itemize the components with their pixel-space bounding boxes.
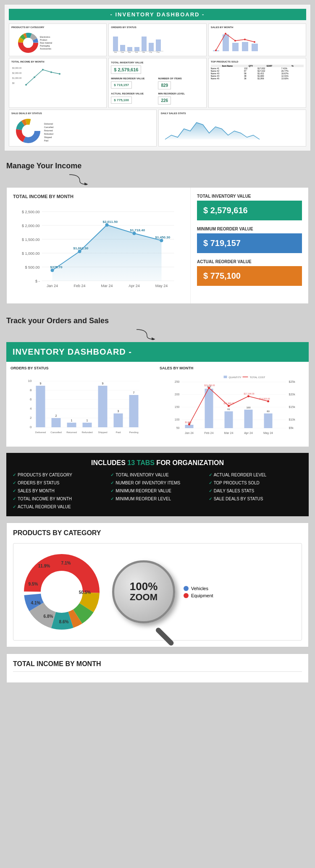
includes-prefix: INCLUDES — [91, 459, 127, 466]
svg-text:50: 50 — [176, 426, 180, 429]
thumb-sales-chart — [211, 30, 265, 53]
svg-text:$14,503.00: $14,503.00 — [260, 397, 270, 400]
svg-text:100: 100 — [175, 418, 180, 421]
svg-text:200: 200 — [175, 393, 180, 396]
total-inventory-label: TOTAL INVENTORY VALUE — [197, 194, 302, 199]
includes-grid: ✓PRODUCTS BY CATEGORY ✓TOTAL INVENTORY V… — [13, 472, 302, 510]
svg-point-37 — [254, 41, 255, 43]
svg-text:6.8%: 6.8% — [44, 614, 53, 619]
min-reorder-label: MINIMUM REORDER VALUE — [197, 227, 302, 231]
svg-text:Mar 24: Mar 24 — [101, 284, 113, 288]
svg-text:9: 9 — [102, 382, 104, 385]
check-icon-11: ✓ — [209, 481, 212, 485]
svg-text:7.1%: 7.1% — [61, 561, 71, 565]
svg-rect-15 — [127, 47, 132, 51]
svg-text:$ -: $ - — [35, 279, 40, 283]
svg-text:10: 10 — [28, 379, 32, 383]
legend-dot-equipment — [184, 593, 189, 598]
svg-point-7 — [23, 38, 33, 48]
thumb-orders-chart: Del Can Ret Ref Shi Pai Pen — [111, 30, 165, 53]
includes-title: INCLUDES 13 TABS FOR ORGANIZATION — [13, 459, 302, 467]
check-icon-9: ✓ — [13, 505, 16, 509]
svg-text:Can: Can — [121, 51, 124, 53]
svg-text:Delivered: Delivered — [44, 123, 53, 125]
min-reorder-value: $ 719,157 — [197, 233, 302, 253]
svg-text:$3,000.00: $3,000.00 — [12, 67, 21, 69]
svg-text:Packaging: Packaging — [40, 44, 50, 47]
svg-text:$1,718.40: $1,718.40 — [130, 228, 145, 232]
svg-rect-142 — [225, 411, 233, 428]
includes-item-13: ✓SALE DEALS BY STATUS — [209, 496, 302, 502]
orders-bar-chart: 10 8 6 4 2 0 9 2 — [10, 374, 155, 441]
includes-item-12: ✓DAILY SALES STATS — [209, 488, 302, 494]
svg-point-150 — [228, 405, 230, 407]
svg-text:$ 1,500.00: $ 1,500.00 — [22, 238, 40, 242]
check-icon-13: ✓ — [209, 497, 212, 501]
total-inventory-kpi: TOTAL INVENTORY VALUE $ 2,579,616 — [197, 194, 302, 220]
thumb-orders-status: ORDERS BY STATUS Del Can Ret Ref Shi Pai… — [108, 24, 206, 56]
svg-text:$2,000.00: $2,000.00 — [12, 72, 21, 74]
svg-rect-102 — [67, 423, 76, 427]
svg-point-73 — [105, 223, 109, 227]
svg-text:1: 1 — [87, 419, 88, 422]
svg-text:50.5%: 50.5% — [79, 590, 91, 595]
check-icon-1: ✓ — [13, 473, 16, 477]
svg-rect-104 — [83, 423, 92, 427]
orders-dashboard-header: INVENTORY DASHBOARD - — [6, 342, 309, 362]
sales-by-month-chart: SALES BY MONTH QUANTITY TOTAL COST 250 2… — [160, 366, 304, 442]
dashboard-title: - INVENTORY DASHBOARD - — [9, 9, 306, 20]
svg-text:6: 6 — [30, 397, 32, 401]
includes-suffix: FOR ORGANIZATION — [155, 459, 224, 466]
svg-text:Shipped: Shipped — [44, 136, 52, 139]
svg-rect-144 — [244, 410, 253, 428]
svg-point-52 — [22, 125, 34, 137]
zoom-percent-text: 100% — [130, 581, 158, 592]
track-orders-label: Track your Orders and Sales — [0, 310, 315, 327]
svg-text:Pai: Pai — [150, 51, 152, 53]
legend-label-equipment: Equipment — [191, 593, 213, 598]
svg-text:Shipped: Shipped — [98, 431, 107, 434]
svg-text:Ret: Ret — [128, 51, 131, 53]
svg-text:2: 2 — [30, 416, 32, 420]
svg-text:Refunded: Refunded — [44, 133, 53, 135]
thumb-kpi-block: TOTAL INVENTORY VALUE $ 2,579,616 MINIMU… — [108, 58, 206, 108]
svg-text:$1,000.00: $1,000.00 — [12, 77, 21, 79]
svg-text:$2,011.50: $2,011.50 — [103, 220, 118, 224]
svg-point-46 — [59, 73, 60, 75]
svg-rect-19 — [156, 39, 161, 51]
svg-text:$21,799.00: $21,799.00 — [205, 384, 215, 387]
check-icon-12: ✓ — [209, 489, 212, 493]
svg-point-149 — [208, 387, 210, 389]
svg-text:250: 250 — [175, 380, 180, 383]
zoom-badge: 100% ZOOM — [112, 560, 175, 623]
svg-text:$17,184.00: $17,184.00 — [244, 392, 255, 395]
svg-text:Accessories: Accessories — [40, 47, 51, 50]
svg-text:80: 80 — [267, 410, 270, 413]
orders-charts-grid: ORDERS BY STATUS 10 8 6 4 2 0 9 — [6, 362, 309, 447]
svg-point-36 — [244, 39, 246, 40]
check-icon-8: ✓ — [110, 497, 114, 501]
svg-text:$15k: $15k — [289, 405, 296, 408]
check-icon-4: ✓ — [13, 497, 16, 501]
svg-point-74 — [133, 232, 136, 235]
svg-text:Cancelled: Cancelled — [44, 126, 53, 128]
svg-text:QUANTITY: QUANTITY — [229, 376, 242, 379]
svg-text:Raw material: Raw material — [40, 42, 52, 44]
includes-item-11: ✓TOP PRODUCTS SOLD — [209, 480, 302, 486]
svg-rect-119 — [224, 376, 227, 378]
manage-income-label: Manage Your Income — [0, 155, 315, 173]
includes-item-9: ✓ACTUAL REORDER VALUE — [13, 504, 106, 510]
total-income-section: TOTAL INCOME BY MONTH — [6, 654, 309, 683]
includes-item-2: ✓ORDERS BY STATUS — [13, 480, 106, 486]
svg-text:100: 100 — [246, 406, 251, 409]
products-section: PRODUCTS BY CATEGORY — [6, 523, 309, 647]
svg-text:7: 7 — [133, 391, 135, 394]
income-section: TOTAL INCOME BY MONTH $ 2,500.00 $ 2,000… — [6, 187, 309, 304]
legend-dot-vehicles — [184, 586, 189, 591]
svg-rect-16 — [134, 47, 139, 51]
svg-text:150: 150 — [175, 405, 180, 408]
check-icon-6: ✓ — [110, 481, 114, 485]
thumb-donut-chart: Electronics Product Raw material Packagi… — [11, 30, 53, 53]
svg-rect-14 — [120, 45, 125, 51]
svg-rect-98 — [36, 386, 45, 427]
